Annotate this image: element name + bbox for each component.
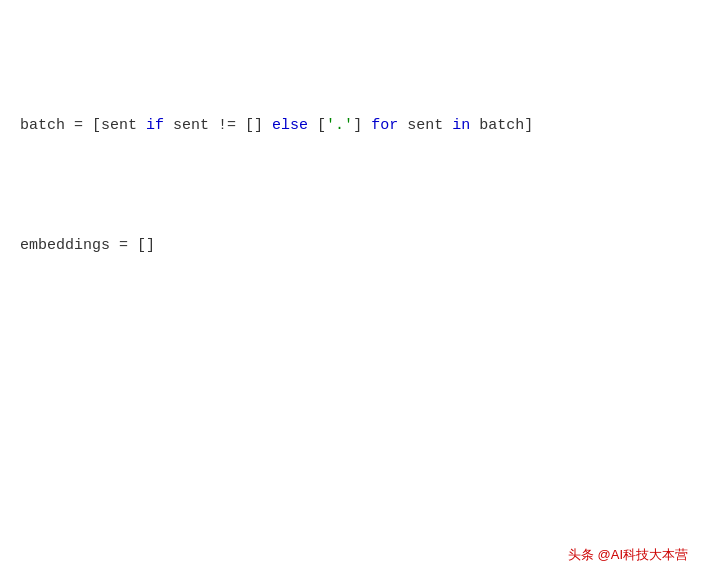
code-text: ] (353, 117, 371, 134)
code-text: batch = [sent (20, 117, 146, 134)
keyword-in: in (452, 117, 470, 134)
keyword-for: for (371, 117, 398, 134)
code-container: batch = [sent if sent != [] else ['.'] f… (0, 0, 708, 584)
keyword-if: if (146, 117, 164, 134)
code-line-2: embeddings = [] (20, 234, 688, 258)
keyword-else: else (272, 117, 308, 134)
string-dot: '.' (326, 117, 353, 134)
code-text: embeddings = [] (20, 237, 155, 254)
code-text: batch] (470, 117, 533, 134)
code-line-1: batch = [sent if sent != [] else ['.'] f… (20, 114, 688, 138)
code-line-blank2 (20, 474, 688, 498)
code-text: [ (308, 117, 326, 134)
code-text: sent != [] (164, 117, 272, 134)
code-block: batch = [sent if sent != [] else ['.'] f… (20, 18, 688, 584)
code-line-blank1 (20, 354, 688, 378)
code-text: sent (398, 117, 452, 134)
watermark: 头条 @AI科技大本营 (568, 545, 688, 566)
